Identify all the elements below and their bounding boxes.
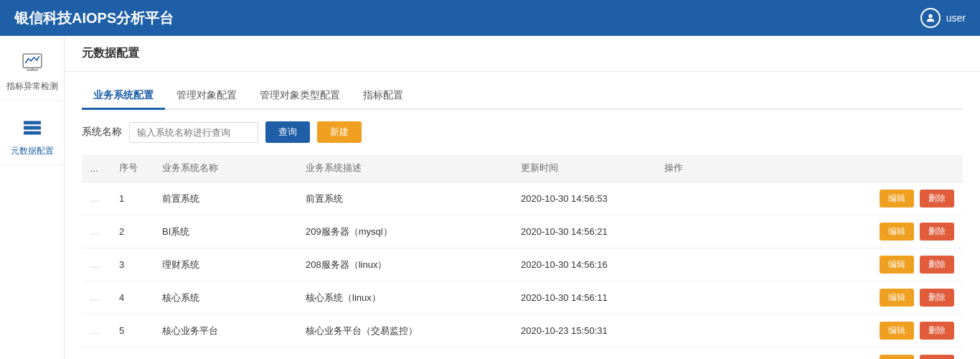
sidebar: 指标异常检测 元数据配置	[0, 36, 65, 359]
tab-mgmt-type[interactable]: 管理对象类型配置	[248, 83, 352, 110]
cell-desc: 测试系统	[297, 348, 512, 360]
cell-ops: 编辑 删除	[656, 314, 963, 348]
table-row: ... 2 BI系统 209服务器（mysql） 2020-10-30 14:5…	[82, 215, 963, 248]
header: 银信科技AIOPS分析平台 user	[0, 0, 980, 36]
cell-name: 前置系统	[154, 182, 297, 215]
cell-time: 2020-10-23 15:50:31	[512, 314, 656, 348]
cell-ops: 编辑 删除	[656, 182, 963, 215]
table-row: ... 3 理财系统 208服务器（linux） 2020-10-30 14:5…	[82, 248, 963, 281]
tabs: 业务系统配置 管理对象配置 管理对象类型配置 指标配置	[82, 83, 963, 110]
edit-button[interactable]: 编辑	[880, 322, 914, 340]
cell-ops: 编辑 删除	[656, 281, 963, 314]
delete-button[interactable]: 删除	[920, 355, 954, 359]
search-label: 系统名称	[82, 126, 122, 139]
cell-time: 2020-10-30 14:56:21	[512, 215, 656, 248]
col-header-seq: 序号	[110, 154, 154, 182]
cell-check: ...	[82, 281, 110, 314]
cell-check: ...	[82, 248, 110, 281]
table-header-row: ... 序号 业务系统名称 业务系统描述 更新时间 操作	[82, 154, 963, 182]
delete-button[interactable]: 删除	[920, 190, 954, 208]
tab-mgmt-obj[interactable]: 管理对象配置	[165, 83, 248, 110]
cell-seq: 2	[110, 215, 154, 248]
delete-button[interactable]: 删除	[920, 322, 954, 340]
cell-seq: 3	[110, 248, 154, 281]
cell-name: 核心业务平台	[154, 314, 297, 348]
content-area: 元数据配置 业务系统配置 管理对象配置 管理对象类型配置 指标配置 系统名称 查…	[65, 36, 980, 359]
metadata-icon	[19, 115, 45, 141]
cell-desc: 核心业务平台（交易监控）	[297, 314, 512, 348]
tab-metric[interactable]: 指标配置	[352, 83, 415, 110]
svg-rect-6	[24, 131, 41, 135]
cell-seq: 6	[110, 348, 154, 360]
main-layout: 指标异常检测 元数据配置 元数据配置 业务系统配置 管理对象配置 管理对象类型配…	[0, 36, 980, 359]
cell-name: 理财系统	[154, 248, 297, 281]
cell-check: ...	[82, 314, 110, 348]
cell-check: ...	[82, 348, 110, 360]
user-label: user	[946, 12, 966, 24]
search-input[interactable]	[129, 122, 258, 143]
table-row: ... 6 测试系统 测试系统 2020-10-19 15:41:36 编辑 删…	[82, 348, 963, 360]
svg-rect-5	[24, 126, 41, 130]
col-header-ops: 操作	[656, 154, 963, 182]
sidebar-item-metadata[interactable]: 元数据配置	[0, 108, 64, 165]
edit-button[interactable]: 编辑	[880, 190, 914, 208]
col-header-check: ...	[82, 154, 110, 182]
query-button[interactable]: 查询	[265, 121, 310, 143]
search-bar: 系统名称 查询 新建	[82, 121, 963, 143]
edit-button[interactable]: 编辑	[880, 223, 914, 241]
sidebar-item-anomaly[interactable]: 指标异常检测	[0, 43, 64, 101]
anomaly-icon	[19, 50, 45, 76]
cell-ops: 编辑 删除	[656, 248, 963, 281]
svg-point-0	[928, 14, 932, 18]
cell-desc: 核心系统（linux）	[297, 281, 512, 314]
cell-check: ...	[82, 182, 110, 215]
cell-ops: 编辑 删除	[656, 215, 963, 248]
cell-time: 2020-10-19 15:41:36	[512, 348, 656, 360]
user-avatar-icon	[920, 8, 941, 28]
edit-button[interactable]: 编辑	[880, 256, 914, 274]
cell-time: 2020-10-30 14:56:16	[512, 248, 656, 281]
svg-rect-4	[24, 121, 41, 124]
col-header-time: 更新时间	[512, 154, 656, 182]
delete-button[interactable]: 删除	[920, 289, 954, 307]
cell-seq: 4	[110, 281, 154, 314]
edit-button[interactable]: 编辑	[880, 289, 914, 307]
col-header-desc: 业务系统描述	[297, 154, 512, 182]
table-row: ... 1 前置系统 前置系统 2020-10-30 14:56:53 编辑 删…	[82, 182, 963, 215]
new-button[interactable]: 新建	[317, 121, 362, 143]
cell-check: ...	[82, 215, 110, 248]
edit-button[interactable]: 编辑	[880, 355, 914, 359]
cell-ops: 编辑 删除	[656, 348, 963, 360]
page-title: 元数据配置	[65, 36, 980, 72]
content-inner: 业务系统配置 管理对象配置 管理对象类型配置 指标配置 系统名称 查询 新建 .…	[65, 72, 980, 359]
sidebar-item-anomaly-label: 指标异常检测	[6, 80, 58, 93]
app-title: 银信科技AIOPS分析平台	[14, 9, 920, 28]
user-area[interactable]: user	[920, 8, 966, 28]
cell-desc: 208服务器（linux）	[297, 248, 512, 281]
data-table: ... 序号 业务系统名称 业务系统描述 更新时间 操作 ... 1 前置系统 …	[82, 154, 963, 359]
cell-name: 测试系统	[154, 348, 297, 360]
delete-button[interactable]: 删除	[920, 223, 954, 241]
cell-name: BI系统	[154, 215, 297, 248]
tab-biz-system[interactable]: 业务系统配置	[82, 83, 165, 110]
cell-name: 核心系统	[154, 281, 297, 314]
cell-desc: 209服务器（mysql）	[297, 215, 512, 248]
cell-seq: 1	[110, 182, 154, 215]
cell-time: 2020-10-30 14:56:53	[512, 182, 656, 215]
cell-desc: 前置系统	[297, 182, 512, 215]
table-row: ... 5 核心业务平台 核心业务平台（交易监控） 2020-10-23 15:…	[82, 314, 963, 348]
col-header-name: 业务系统名称	[154, 154, 297, 182]
delete-button[interactable]: 删除	[920, 256, 954, 274]
cell-time: 2020-10-30 14:56:11	[512, 281, 656, 314]
cell-seq: 5	[110, 314, 154, 348]
table-row: ... 4 核心系统 核心系统（linux） 2020-10-30 14:56:…	[82, 281, 963, 314]
sidebar-item-metadata-label: 元数据配置	[11, 145, 54, 157]
